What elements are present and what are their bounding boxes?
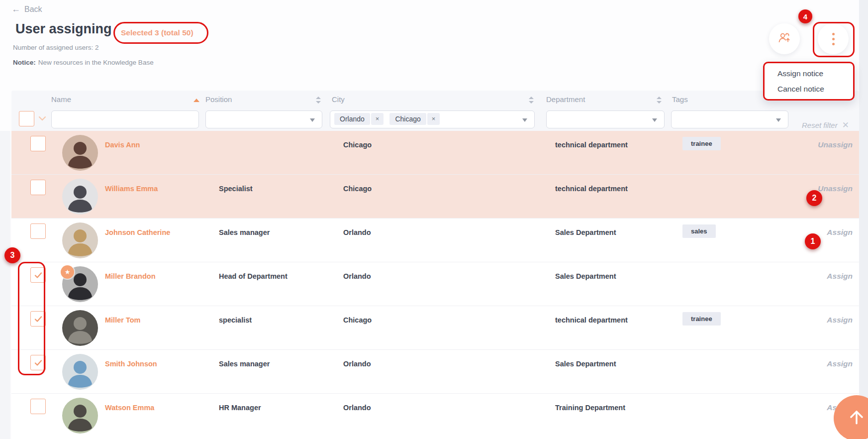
annotation-badge-1: 1 [805,233,821,249]
assign-action-link[interactable]: Assign [827,316,853,325]
user-city: Chicago [343,185,372,193]
table-row: ★ Watson Emma HR Manager Orlando Trainin… [11,394,859,439]
user-city: Orlando [343,272,371,280]
assign-action-link[interactable]: Assign [827,359,853,368]
user-name-link[interactable]: Watson Emma [105,404,154,412]
row-checkbox[interactable] [30,267,46,283]
menu-item-cancel-notice[interactable]: Cancel notice [765,81,853,97]
notice-label: Notice: [13,59,36,66]
column-header-name[interactable]: Name [51,95,71,104]
user-department: Sales Department [555,360,616,368]
page-gutter-left [0,131,10,439]
user-department: Sales Department [555,228,616,236]
column-header-tags[interactable]: Tags [672,95,688,104]
row-checkbox[interactable] [30,180,46,195]
assign-users-icon [777,31,791,47]
table-row: ★ Miller Brandon Head of Department Orla… [11,262,859,306]
arrow-up-icon [847,408,866,429]
user-city: Chicago [343,141,372,149]
row-checkbox[interactable] [30,223,46,239]
page-title: User assigning [15,21,112,37]
assigned-users-count: Number of assigned users: 2 [13,44,99,51]
menu-item-assign-notice[interactable]: Assign notice [765,66,853,81]
user-department: Training Department [555,404,625,412]
sort-asc-icon[interactable] [193,99,199,102]
user-city: Orlando [343,228,371,236]
annotation-badge-2: 2 [806,190,822,206]
select-all-chevron-icon[interactable] [38,115,47,124]
name-filter-input[interactable] [51,110,199,128]
user-city: Orlando [343,360,371,368]
tag-chip: trainee [682,137,721,150]
user-department: technical department [555,185,628,193]
avatar [62,222,98,258]
user-position: HR Manager [219,404,261,412]
remove-city-chip-icon[interactable]: × [371,113,384,125]
notice-text: Notice:New resources in the Knowledge Ba… [13,59,154,66]
assign-users-button[interactable] [769,23,800,54]
more-actions-button[interactable] [818,23,849,54]
user-department: technical department [555,141,628,149]
assign-action-link[interactable]: Assign [827,272,853,281]
actions-dropdown-menu: Assign notice Cancel notice [763,62,855,101]
page-gutter-right [859,0,868,439]
back-link[interactable]: ←Back [11,4,42,14]
column-header-position[interactable]: Position [205,95,232,104]
table-row: ★ Miller Tom specialist Chicago technica… [11,306,859,350]
user-city: Chicago [343,316,372,324]
row-checkbox[interactable] [30,311,46,327]
user-name-link[interactable]: Johnson Catherine [105,228,170,236]
sort-icon[interactable] [656,97,662,104]
column-header-department[interactable]: Department [546,95,585,104]
user-position: Sales manager [219,228,270,236]
department-filter-select[interactable] [546,110,665,128]
column-header-city[interactable]: City [332,95,345,104]
remove-city-chip-icon[interactable]: × [427,113,440,125]
assign-action-link[interactable]: Unassign [818,140,853,149]
avatar [62,398,98,434]
tag-chip: trainee [682,312,721,326]
tag-chip: sales [682,224,716,238]
user-name-link[interactable]: Smith Johnson [105,360,157,368]
user-name-link[interactable]: Williams Emma [105,185,158,193]
city-chip: Orlando × [334,113,384,125]
assign-action-link[interactable]: Assign [827,228,853,237]
table-row: ★ Davis Ann Chicago technical department… [11,131,859,175]
city-filter-chips: Orlando × Chicago × [334,113,440,125]
table-row: ★ Smith Johnson Sales manager Orlando Sa… [11,350,859,394]
user-position: specialist [219,316,252,324]
row-checkbox[interactable] [30,355,46,370]
star-badge: ★ [61,265,74,279]
assign-action-link[interactable]: Unassign [818,184,853,193]
avatar [62,179,98,215]
city-chip: Chicago × [389,113,440,125]
back-label: Back [24,5,42,13]
row-checkbox[interactable] [30,399,46,414]
avatar [62,135,98,171]
user-name-link[interactable]: Davis Ann [105,141,140,149]
selected-count: Selected 3 (total 50) [121,28,193,37]
select-all-checkbox[interactable] [19,111,34,126]
position-filter-select[interactable] [205,110,322,128]
row-checkbox[interactable] [30,136,46,151]
table-row: ★ Williams Emma Specialist Chicago techn… [11,175,859,219]
back-arrow-icon: ← [11,4,20,14]
sort-icon[interactable] [528,97,534,104]
annotation-badge-4: 4 [798,9,812,23]
user-name-link[interactable]: Miller Tom [105,316,140,324]
user-department: Sales Department [555,272,616,280]
reset-filter-x-icon: ✕ [842,120,849,130]
reset-filter-button[interactable]: Reset filter ✕ [802,120,849,130]
avatar [62,310,98,346]
tags-filter-select[interactable] [671,110,788,128]
user-position: Sales manager [219,360,270,368]
user-position: Head of Department [219,272,288,280]
user-position: Specialist [219,185,253,193]
user-assigning-page: ←Back User assigning Selected 3 (total 5… [0,0,868,439]
user-name-link[interactable]: Miller Brandon [105,272,156,280]
kebab-icon [832,33,835,45]
sort-icon[interactable] [315,97,321,104]
user-department: technical department [555,316,628,324]
table-row: ★ Johnson Catherine Sales manager Orland… [11,219,859,262]
avatar [62,354,98,390]
